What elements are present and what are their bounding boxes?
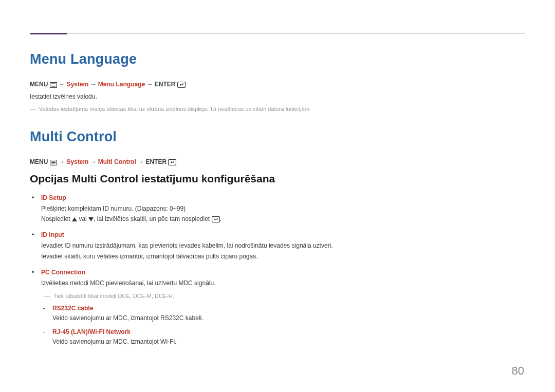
bullet-body: Izvēlieties metodi MDC pievienošanai, la… — [41, 278, 525, 288]
arrow-icon: → — [59, 81, 66, 88]
bullet-list: ID Setup Piešķiriet komplektam ID numuru… — [41, 194, 525, 347]
arrow-icon: → — [90, 81, 98, 88]
id-setup-line2c: , lai izvēlētos skaitli, un pēc tam nosp… — [94, 215, 211, 222]
list-item: RS232C cable Veido savienojumu ar MDC, i… — [52, 305, 525, 323]
page-number: 80 — [512, 364, 524, 378]
document-page: Menu Language MENU → System → Menu Langu… — [0, 0, 555, 392]
triangle-up-icon — [72, 217, 77, 221]
menu-path-enter: ENTER — [145, 158, 166, 165]
menu-path-item: Menu Language — [98, 81, 145, 88]
note-dash-icon — [30, 109, 36, 114]
menu-path-system: System — [66, 158, 88, 165]
bullet-title-id-setup: ID Setup — [41, 194, 525, 201]
menu-icon — [50, 81, 57, 88]
dash-body: Veido savienojumu ar MDC, izmantojot Wi-… — [52, 337, 525, 347]
id-input-line1: Ievadiet ID numuru izstrādājumam, kas pi… — [41, 242, 333, 249]
menu-path-system: System — [66, 81, 88, 88]
id-setup-line2a: Nospiediet — [41, 215, 72, 222]
section1-note: Valodas iestatījuma maiņa attiecas tikai… — [30, 105, 525, 114]
bullet-body: Piešķiriet komplektam ID numuru. (Diapaz… — [41, 203, 525, 225]
bullet-title-id-input: ID Input — [41, 231, 525, 238]
triangle-down-icon — [88, 217, 94, 221]
bullet-body: Ievadiet ID numuru izstrādājumam, kas pi… — [41, 240, 525, 262]
pc-connection-note-text: Tiek atbalstīti tikai modeļi DCE, DCE-M,… — [53, 292, 174, 301]
section-title-multi-control: Multi Control — [30, 129, 525, 145]
menu-icon — [50, 158, 57, 165]
enter-icon — [177, 81, 186, 88]
dash-list: RS232C cable Veido savienojumu ar MDC, i… — [52, 305, 525, 347]
header-accent — [30, 33, 67, 34]
menu-path-enter: ENTER — [155, 81, 176, 88]
arrow-icon: → — [146, 81, 154, 88]
page-content: Menu Language MENU → System → Menu Langu… — [30, 0, 525, 347]
list-item: ID Setup Piešķiriet komplektam ID numuru… — [41, 194, 525, 225]
menu-path-item: Multi Control — [98, 158, 136, 165]
menu-path-prefix: MENU — [30, 81, 48, 88]
header-rule — [30, 33, 525, 33]
list-item: RJ-45 (LAN)/Wi-Fi Network Veido savienoj… — [52, 328, 525, 347]
section-multi-control: Multi Control MENU → System → Multi Cont… — [30, 129, 525, 347]
section1-note-text: Valodas iestatījuma maiņa attiecas tikai… — [39, 105, 311, 114]
enter-icon — [168, 158, 176, 165]
pc-connection-note: Tiek atbalstīti tikai modeļi DCE, DCE-M,… — [44, 292, 525, 301]
list-item: ID Input Ievadiet ID numuru izstrādājuma… — [41, 231, 525, 262]
menu-path-menu-language: MENU → System → Menu Language → ENTER — [30, 81, 525, 88]
section1-body: Iestatiet izvēlnes valodu. — [30, 92, 525, 102]
section-title-menu-language: Menu Language — [30, 51, 525, 67]
multi-control-subhead: Opcijas Multi Control iestatījumu konfig… — [30, 173, 525, 185]
id-setup-line1: Piešķiriet komplektam ID numuru. (Diapaz… — [41, 205, 186, 212]
arrow-icon: → — [138, 158, 145, 165]
list-item: PC Connection Izvēlieties metodi MDC pie… — [41, 269, 525, 347]
id-input-line2: Ievadiet skaitli, kuru vēlaties izmantot… — [41, 253, 258, 260]
arrow-icon: → — [90, 158, 98, 165]
id-setup-line2d: . — [220, 215, 221, 222]
arrow-icon: → — [59, 158, 66, 165]
id-setup-line2b: vai — [77, 215, 88, 222]
menu-path-prefix: MENU — [30, 158, 48, 165]
menu-path-multi-control: MENU → System → Multi Control → ENTER — [30, 158, 525, 165]
note-dash-icon — [44, 296, 50, 301]
dash-body: Veido savienojumu ar MDC, izmantojot RS2… — [52, 313, 525, 323]
pc-connection-line1: Izvēlieties metodi MDC pievienošanai, la… — [41, 279, 215, 287]
enter-icon — [212, 215, 220, 222]
dash-title-rj45: RJ-45 (LAN)/Wi-Fi Network — [52, 328, 525, 335]
dash-title-rs232c: RS232C cable — [52, 305, 525, 312]
bullet-title-pc-connection: PC Connection — [41, 269, 525, 276]
